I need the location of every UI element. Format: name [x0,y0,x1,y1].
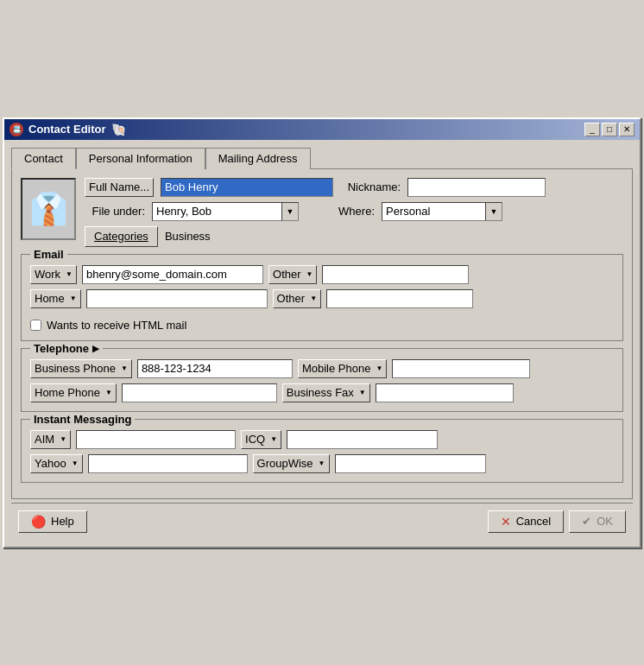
phone-type-2-button[interactable]: Home Phone ▼ [30,383,117,402]
ok-icon: ✔ [582,515,591,528]
categories-value: Business [165,230,211,243]
telephone-section: Telephone ▶ Business Phone ▼ Mobile Phon… [21,348,623,412]
phone-row-2: Home Phone ▼ Business Fax ▼ [30,383,614,402]
full-name-label: Full Name... [89,180,149,193]
phone-type-2-arrow: ▼ [105,389,112,396]
title-controls: _ □ ✕ [584,123,635,136]
categories-label: Categories [94,230,148,243]
phone-type-3-label: Mobile Phone [302,362,371,375]
phone-type-2-label: Home Phone [35,386,100,399]
im-value-4-input[interactable] [335,454,486,473]
email-type-2-button[interactable]: Home ▼ [30,289,81,308]
im-value-3-input[interactable] [287,430,438,449]
im-value-2-input[interactable] [88,454,248,473]
email-value-4-input[interactable] [326,289,473,308]
html-mail-checkbox[interactable] [30,320,41,331]
fileunder-row: File under: ▼ Where: ▼ [85,202,623,221]
cancel-icon: ✕ [501,515,511,529]
full-name-button[interactable]: Full Name... [85,178,154,197]
im-type-3-button[interactable]: ICQ ▼ [241,430,281,449]
email-row-1: Work ▼ Other ▼ [30,265,614,284]
nickname-label: Nickname: [340,180,401,193]
im-type-4-arrow: ▼ [319,459,325,467]
email-value-1-input[interactable] [82,265,263,284]
fileunder-arrow[interactable]: ▼ [281,202,299,221]
avatar-icon: 👔 [29,191,68,227]
cancel-button[interactable]: ✕ Cancel [488,510,564,533]
html-mail-label: Wants to receive HTML mail [47,319,186,332]
email-type-4-arrow: ▼ [310,294,317,302]
tab-contact[interactable]: Contact [11,148,76,169]
phone-type-3-button[interactable]: Mobile Phone ▼ [298,359,387,378]
phone-value-4-input[interactable] [376,383,514,402]
where-dropdown: ▼ [382,202,502,221]
title-bar-left: 📇 Contact Editor 🐚 [9,123,126,136]
im-value-1-input[interactable] [76,430,236,449]
phone-value-3-input[interactable] [392,359,530,378]
phone-type-1-button[interactable]: Business Phone ▼ [30,359,132,378]
im-section-title: Instant Messaging [30,413,135,426]
maximize-button[interactable]: □ [602,123,617,136]
window-body: Contact Personal Information Mailing Add… [4,140,640,547]
cancel-label: Cancel [516,515,551,528]
tab-personal-information[interactable]: Personal Information [76,148,205,169]
where-arrow[interactable]: ▼ [485,202,502,221]
categories-row: Categories Business [85,226,623,247]
bottom-bar: 🔴 Help ✕ Cancel ✔ OK [11,503,633,540]
evo-icon: 🐚 [111,123,126,136]
right-buttons: ✕ Cancel ✔ OK [488,510,626,533]
html-mail-row: Wants to receive HTML mail [30,319,614,332]
email-type-2-arrow: ▼ [70,294,77,302]
email-type-1-arrow: ▼ [66,270,73,278]
email-value-3-input[interactable] [322,265,469,284]
contact-editor-window: 📇 Contact Editor 🐚 _ □ ✕ Contact Persona… [3,117,641,548]
im-type-1-button[interactable]: AIM ▼ [30,430,71,449]
fileunder-input[interactable] [152,202,281,221]
email-type-4-label: Other [277,292,306,305]
tab-bar: Contact Personal Information Mailing Add… [11,147,633,168]
phone-type-3-arrow: ▼ [376,364,382,372]
contact-header: 👔 Full Name... Nickname: File under: [21,178,623,247]
full-name-input[interactable] [161,178,333,197]
email-row-2: Home ▼ Other ▼ [30,289,614,308]
im-type-4-label: GroupWise [257,457,313,470]
help-icon: 🔴 [31,515,46,529]
phone-value-1-input[interactable] [137,359,293,378]
phone-type-4-arrow: ▼ [359,389,366,396]
telephone-expand-arrow[interactable]: ▶ [92,344,99,353]
email-type-3-button[interactable]: Other ▼ [268,265,317,284]
im-type-1-label: AIM [35,433,54,446]
im-row-2: Yahoo ▼ GroupWise ▼ [30,454,614,473]
im-type-3-arrow: ▼ [270,435,277,443]
ok-button[interactable]: ✔ OK [569,510,626,533]
email-type-3-arrow: ▼ [306,270,313,278]
telephone-section-title: Telephone ▶ [30,342,103,355]
tab-mailing-address[interactable]: Mailing Address [205,148,311,169]
help-button[interactable]: 🔴 Help [18,510,87,533]
where-input[interactable] [382,202,485,221]
phone-type-4-button[interactable]: Business Fax ▼ [282,383,370,402]
help-label: Help [51,515,74,528]
im-type-3-label: ICQ [245,433,265,446]
email-type-2-label: Home [35,292,65,305]
where-label: Where: [314,205,375,218]
email-value-2-input[interactable] [86,289,268,308]
nickname-input[interactable] [407,178,546,197]
email-rows: Work ▼ Other ▼ Home [30,265,614,332]
im-type-4-button[interactable]: GroupWise ▼ [253,454,330,473]
categories-button[interactable]: Categories [85,226,158,247]
im-section: Instant Messaging AIM ▼ ICQ ▼ [21,419,623,483]
title-bar: 📇 Contact Editor 🐚 _ □ ✕ [4,119,640,140]
phone-value-2-input[interactable] [122,383,277,402]
fileunder-dropdown: ▼ [152,202,299,221]
im-type-2-button[interactable]: Yahoo ▼ [30,454,83,473]
close-button[interactable]: ✕ [619,123,635,136]
phone-type-1-arrow: ▼ [121,364,128,372]
email-type-4-button[interactable]: Other ▼ [273,289,321,308]
app-icon: 📇 [9,123,23,136]
im-type-2-label: Yahoo [35,457,66,470]
minimize-button[interactable]: _ [584,123,600,136]
email-type-1-button[interactable]: Work ▼ [30,265,77,284]
email-type-1-label: Work [35,268,60,281]
im-type-2-arrow: ▼ [72,459,79,467]
